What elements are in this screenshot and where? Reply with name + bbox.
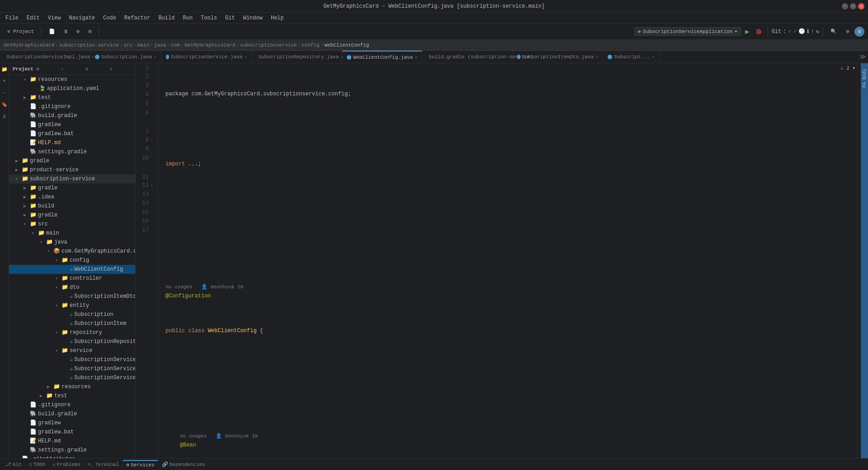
pullrequests-icon[interactable]: ↔	[0, 89, 9, 97]
tree-helpmd-2[interactable]: 📝 HELP.md	[9, 437, 135, 446]
tree-subscriptionitemdto[interactable]: ☕ SubscriptionItemDto	[9, 292, 135, 301]
menu-git[interactable]: Git	[222, 14, 239, 22]
tab-dependencies[interactable]: 🔗 Dependencies	[158, 461, 209, 468]
tree-build-gradle-1[interactable]: 🐘 build.gradle	[9, 111, 135, 120]
tree-java[interactable]: ▾ 📁 java	[9, 238, 135, 247]
structure-btn[interactable]: ≣	[61, 27, 71, 36]
collapse-btn[interactable]: ↕	[60, 66, 82, 73]
run-config-dropdown[interactable]: ▶ SubscriptionServiceApplication ▾	[634, 27, 741, 36]
menu-file[interactable]: File	[2, 14, 22, 22]
tab-close-4[interactable]: ✕	[340, 54, 343, 60]
tree-gradle-orange[interactable]: ▶ 📁 gradle	[9, 183, 135, 193]
tree-gradlew-2[interactable]: 📄 gradlew	[9, 418, 135, 428]
minimize-button[interactable]: ─	[842, 3, 848, 9]
tree-settings-gradle-1[interactable]: 🐘 settings.gradle	[9, 147, 135, 156]
tree-gitattributes[interactable]: 📄 .gitattributes	[9, 455, 135, 458]
tree-dto[interactable]: ▾ 📁 dto	[9, 283, 135, 292]
tree-service[interactable]: ▾ 📁 service	[9, 346, 135, 355]
tree-product-service[interactable]: ▶ 📁 product-service	[9, 165, 135, 174]
run-button[interactable]: ▶	[743, 27, 751, 36]
tab-subscriptionrepository[interactable]: SubscriptionRepository.java ✕	[252, 51, 342, 63]
tree-helpmd-1[interactable]: 📝 HELP.md	[9, 138, 135, 147]
debug-button[interactable]: 🐞	[753, 28, 764, 35]
tree-src[interactable]: ▾ 📁 src	[9, 220, 135, 229]
menu-window[interactable]: Window	[240, 14, 266, 22]
tree-gradlewbat-1[interactable]: 📄 gradlew.bat	[9, 129, 135, 138]
menu-help[interactable]: Help	[267, 14, 288, 22]
tab-todo[interactable]: ☑ TODO	[25, 461, 49, 468]
tab-buildgradle[interactable]: build.gradle (subscription-service) ✕	[422, 51, 513, 63]
tree-gradle-1[interactable]: ▶ 📁 gradle	[9, 156, 135, 165]
breadcrumb-src[interactable]: src	[123, 42, 132, 48]
settings-btn[interactable]: ⚙	[73, 27, 83, 36]
tab-close-1[interactable]: ✕	[92, 54, 94, 60]
code-body[interactable]: package com.GetMyGraphicsCard.subscripti…	[158, 63, 861, 458]
tab-git[interactable]: ⎇ Git	[2, 461, 25, 468]
tree-subscriptionservice[interactable]: ☕ SubscriptionService	[9, 355, 135, 364]
menu-run[interactable]: Run	[179, 14, 196, 22]
tree-repository[interactable]: ▾ 📁 repository	[9, 328, 135, 337]
breadcrumb-company[interactable]: GetMyGraphicsCard	[184, 42, 235, 48]
tab-close-6[interactable]: ✕	[535, 54, 538, 60]
tab-close-5[interactable]: ✕	[415, 55, 417, 60]
avatar-btn[interactable]: G	[854, 27, 864, 37]
tree-controller[interactable]: ▾ 📁 controller	[9, 274, 135, 283]
menu-view[interactable]: View	[44, 14, 65, 22]
menu-edit[interactable]: Edit	[23, 14, 43, 22]
menu-build[interactable]: Build	[155, 14, 178, 22]
tree-main[interactable]: ▾ 📁 main	[9, 229, 135, 238]
tree-subscription-service[interactable]: ▾ 📁 subscription-service	[9, 174, 135, 183]
code-content[interactable]: 1 2 3 4 5	[136, 63, 861, 458]
tree-subscription[interactable]: ☕ Subscription	[9, 310, 135, 319]
breadcrumb-file[interactable]: WebClientConfig	[324, 42, 369, 48]
tree-gradlewbat-2[interactable]: 📄 gradlew.bat	[9, 428, 135, 437]
tree-subscriptionrepository[interactable]: ☕ SubscriptionRepository	[9, 337, 135, 346]
tab-terminal[interactable]: >_ Terminal	[84, 461, 123, 468]
menu-navigate[interactable]: Navigate	[65, 14, 99, 22]
tree-entity[interactable]: ▾ 📁 entity	[9, 301, 135, 310]
tab-close-3[interactable]: ✕	[244, 54, 247, 60]
breadcrumb-config[interactable]: config	[302, 42, 320, 48]
menu-code[interactable]: Code	[99, 14, 120, 22]
tree-webclientconfig[interactable]: ☕ WebClientConfig	[9, 265, 135, 274]
close-tree-btn[interactable]: ✕	[109, 65, 132, 73]
breadcrumb-module[interactable]: subscription-service	[59, 42, 119, 48]
tree-subscriptionitem[interactable]: ☕ SubscriptionItem	[9, 319, 135, 328]
tab-subscriptionservice[interactable]: SubscriptionService.java ✕	[161, 51, 252, 63]
project-label[interactable]: ≡ Project	[4, 28, 38, 36]
tree-settings-gradle-2[interactable]: 🐘 settings.gradle	[9, 446, 135, 455]
locate-btn[interactable]: ⊕	[35, 65, 58, 73]
recent-files-btn[interactable]: 📄	[45, 27, 59, 36]
bookmarks-icon[interactable]: 🔖	[0, 100, 9, 108]
tree-resources-2[interactable]: ▶ 📁 resources	[9, 382, 135, 391]
tab-subscription[interactable]: Subscription.java ✕	[90, 51, 161, 63]
structure-side-icon[interactable]: ≣	[0, 112, 9, 120]
breadcrumb-root[interactable]: GetMyGraphicsCard	[4, 42, 54, 48]
search-btn[interactable]: 🔍	[827, 27, 840, 36]
menu-tools[interactable]: Tools	[197, 14, 221, 22]
tree-test-1[interactable]: ▶ 📁 test	[9, 93, 135, 102]
tab-subscriptionitemdto[interactable]: SubscriptionItemDto.java ✕	[513, 51, 603, 63]
tab-services[interactable]: ⚙ Services	[123, 460, 158, 469]
tree-gradle-2[interactable]: ▶ 📁 gradle	[9, 211, 135, 220]
tree-idea[interactable]: ▶ 📁 .idea	[9, 193, 135, 202]
tree-subscriptionserviceapp[interactable]: ☕ SubscriptionServiceApplication	[9, 373, 135, 382]
settings-tree-btn[interactable]: ⚙	[85, 65, 107, 73]
layout-btn[interactable]: ⊟	[85, 27, 95, 36]
tree-com-package[interactable]: ▾ 📦 com.GetMyGraphicsCard.subscripti...	[9, 247, 135, 256]
tab-close-7[interactable]: ✕	[595, 54, 598, 60]
breadcrumb-pkg[interactable]: subscriptionservice	[240, 42, 297, 48]
tree-test-2[interactable]: ▶ 📁 test	[9, 391, 135, 400]
tree-build[interactable]: ▶ 📁 build	[9, 202, 135, 211]
project-icon[interactable]: 📁	[0, 65, 9, 73]
tree-gradlew-1[interactable]: 📄 gradlew	[9, 120, 135, 129]
tree-config[interactable]: ▾ 📁 config	[9, 256, 135, 265]
tab-problems[interactable]: ⚠ Problems	[49, 461, 84, 468]
tab-subscript-more[interactable]: Subscript... ✕	[603, 51, 659, 63]
tab-webclientconfig[interactable]: WebClientConfig.java ✕	[342, 51, 422, 63]
tree-resources[interactable]: ▾ 📁 resources	[9, 75, 135, 84]
settings-gear-btn[interactable]: ⚙	[842, 27, 853, 36]
tree-gitignore-1[interactable]: 📄 .gitignore	[9, 102, 135, 111]
menu-refactor[interactable]: Refactor	[121, 14, 154, 22]
tree-gitignore-2[interactable]: 📄 .gitignore	[9, 400, 135, 409]
